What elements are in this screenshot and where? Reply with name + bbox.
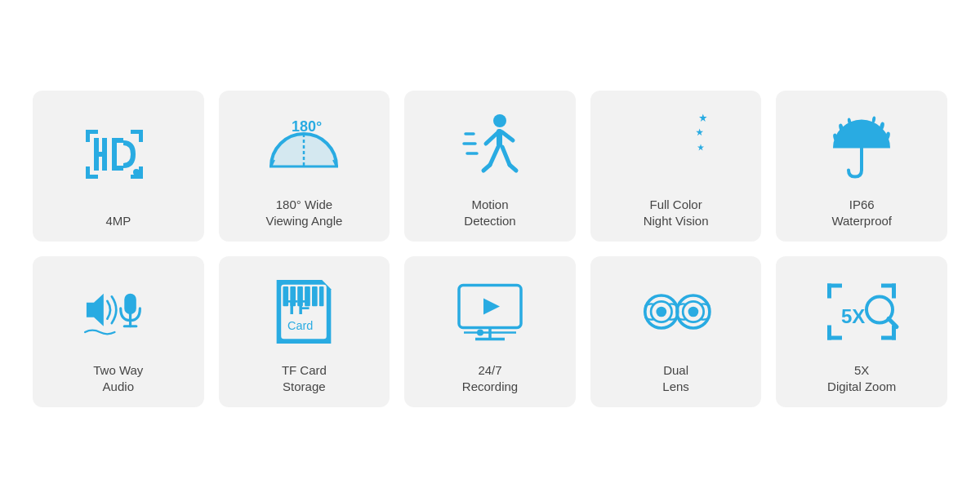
feature-night-vision: Full ColorNight Vision: [590, 91, 762, 242]
svg-line-27: [510, 165, 516, 171]
svg-point-57: [477, 329, 483, 335]
svg-point-20: [493, 114, 506, 127]
svg-point-14: [133, 169, 140, 175]
svg-rect-49: [305, 286, 311, 306]
feature-waterproof: IP66Waterproof: [776, 91, 947, 242]
svg-rect-50: [312, 286, 318, 306]
icon-night-vision: [599, 105, 754, 188]
svg-line-74: [889, 318, 897, 326]
svg-rect-1: [86, 130, 98, 134]
svg-line-26: [502, 147, 510, 165]
label-recording: 24/7Recording: [462, 362, 518, 396]
label-two-way-audio: Two WayAudio: [93, 362, 143, 396]
feature-dual-lens: DualLens: [590, 256, 762, 407]
svg-marker-31: [699, 113, 707, 122]
svg-rect-3: [86, 175, 98, 179]
svg-rect-41: [124, 293, 136, 313]
svg-rect-51: [319, 286, 324, 306]
feature-two-way-audio: Two WayAudio: [33, 256, 204, 407]
svg-point-63: [688, 306, 698, 317]
label-dual-lens: DualLens: [662, 362, 689, 396]
svg-line-23: [502, 132, 513, 140]
feature-tf-card: TF Card TF CardStorage: [219, 256, 390, 407]
svg-rect-71: [881, 335, 896, 339]
svg-line-25: [483, 165, 490, 171]
svg-rect-10: [102, 138, 107, 171]
label-motion: MotionDetection: [464, 197, 515, 230]
feature-motion: MotionDetection: [404, 91, 576, 242]
svg-rect-65: [827, 283, 842, 287]
label-tf-card: TF CardStorage: [282, 362, 327, 396]
svg-line-22: [486, 132, 498, 144]
icon-wide-angle: 180°: [227, 105, 382, 188]
icon-motion: [412, 105, 568, 188]
feature-4mp: 4MP: [33, 91, 204, 242]
svg-marker-32: [696, 128, 703, 135]
label-digital-zoom: 5XDigital Zoom: [827, 362, 896, 396]
svg-rect-12: [112, 138, 123, 143]
icon-waterproof: [784, 105, 939, 188]
svg-text:5X: 5X: [841, 304, 865, 326]
icon-two-way-audio: [41, 271, 196, 353]
feature-recording: 24/7Recording: [404, 256, 576, 407]
svg-marker-55: [483, 298, 500, 314]
svg-rect-46: [283, 286, 289, 306]
svg-line-24: [490, 147, 498, 165]
svg-rect-48: [298, 286, 304, 306]
svg-marker-33: [697, 144, 704, 150]
label-4mp: 4MP: [105, 213, 131, 229]
svg-text:180°: 180°: [292, 118, 322, 135]
svg-marker-40: [87, 293, 104, 326]
svg-rect-47: [291, 286, 296, 306]
feature-digital-zoom: 5X 5XDigital Zoom: [776, 256, 947, 407]
label-wide-angle: 180° WideViewing Angle: [265, 197, 342, 230]
svg-text:Card: Card: [287, 319, 313, 332]
icon-recording: [412, 271, 568, 353]
svg-rect-13: [112, 166, 123, 171]
icon-digital-zoom: 5X: [784, 271, 939, 353]
svg-point-60: [656, 306, 666, 317]
icon-dual-lens: [599, 271, 754, 353]
label-waterproof: IP66Waterproof: [831, 197, 892, 230]
icon-4mp: [41, 105, 196, 204]
icon-tf-card: TF Card: [227, 271, 382, 353]
features-grid: 4MP 180°: [0, 66, 980, 432]
feature-wide-angle: 180° 180° WideViewing Angle: [219, 91, 390, 242]
label-night-vision: Full ColorNight Vision: [644, 197, 709, 230]
svg-rect-69: [827, 335, 842, 339]
svg-rect-5: [131, 130, 143, 134]
svg-rect-67: [881, 283, 896, 287]
